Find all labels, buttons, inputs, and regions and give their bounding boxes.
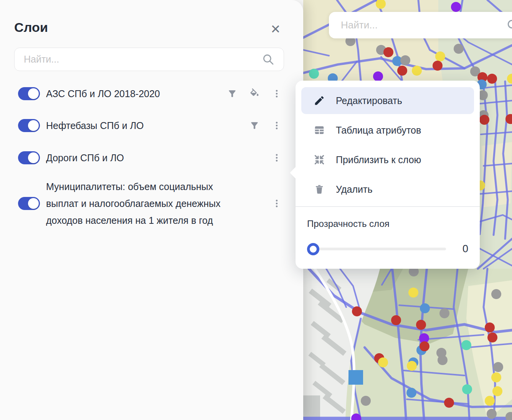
layer-row: Нефтебазы СПб и ЛО [0, 113, 303, 138]
menu-item-label: Таблица атрибутов [336, 125, 421, 136]
opacity-slider-handle[interactable] [307, 243, 319, 255]
layer-label: АЗС СПб и ЛО 2018-2020 [46, 85, 226, 102]
menu-item-label: Приблизить к слою [336, 154, 421, 165]
layers-search-box[interactable] [14, 48, 284, 71]
menu-item-attribute-table[interactable]: Таблица атрибутов [301, 117, 474, 144]
opacity-slider-track[interactable] [312, 248, 446, 250]
close-icon[interactable]: ✕ [268, 21, 283, 37]
menu-item-label: Редактировать [336, 95, 402, 106]
layers-panel: Слои ✕ АЗС СПб и ЛО 2018-2020 Нефтебазы … [0, 0, 303, 420]
layer-visibility-toggle[interactable] [18, 119, 40, 132]
page-title: Слои [14, 20, 48, 35]
opacity-value: 0 [446, 243, 468, 255]
kebab-menu-icon[interactable] [271, 120, 282, 131]
filter-icon[interactable] [227, 88, 238, 99]
layers-search-input[interactable] [15, 48, 284, 71]
menu-item-label: Удалить [336, 184, 372, 195]
layer-row: Муниципалитеты: объем социальных выплат … [0, 175, 303, 232]
map-search-box[interactable] [329, 12, 512, 38]
layer-row: АЗС СПб и ЛО 2018-2020 [0, 81, 303, 106]
context-menu-items: Редактировать Таблица атрибутов [296, 81, 480, 203]
zoom-to-layer-icon [313, 153, 326, 166]
layer-label: Муниципалитеты: объем социальных выплат … [46, 178, 235, 229]
attribute-table-icon [313, 124, 326, 137]
layer-opacity-section: Прозрачность слоя 0 [296, 207, 480, 255]
search-icon [262, 53, 274, 66]
menu-item-zoom-to-layer[interactable]: Приблизить к слою [301, 146, 474, 173]
layer-label: Нефтебазы СПб и ЛО [46, 117, 226, 134]
layer-label: Дороги СПб и ЛО [46, 149, 226, 166]
kebab-menu-icon[interactable] [271, 88, 282, 99]
map-search-input[interactable] [329, 12, 512, 38]
trash-icon [313, 183, 326, 196]
layer-visibility-toggle[interactable] [18, 87, 40, 100]
layer-row: Дороги СПб и ЛО [0, 145, 303, 170]
style-fill-icon[interactable] [249, 88, 260, 99]
layer-visibility-toggle[interactable] [18, 151, 40, 164]
layer-context-menu: Редактировать Таблица атрибутов [296, 81, 480, 269]
search-icon [506, 18, 512, 32]
menu-item-edit[interactable]: Редактировать [301, 87, 474, 114]
kebab-menu-icon[interactable] [271, 152, 282, 163]
layer-visibility-toggle[interactable] [18, 197, 40, 210]
menu-item-delete[interactable]: Удалить [301, 176, 474, 203]
filter-icon[interactable] [249, 120, 260, 131]
opacity-label: Прозрачность слоя [307, 218, 468, 229]
pencil-icon [313, 94, 326, 107]
map-square-marker[interactable] [348, 370, 363, 385]
kebab-menu-icon[interactable] [271, 198, 282, 209]
